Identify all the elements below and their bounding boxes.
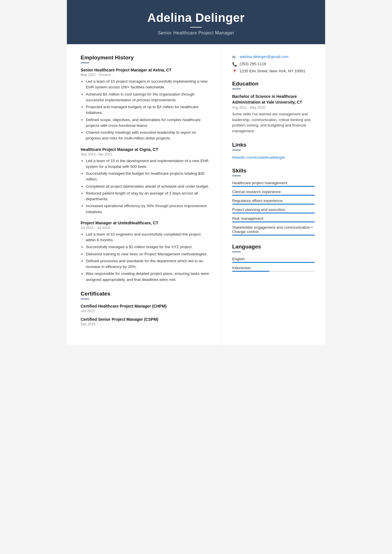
list-item: Projected and managed budgets of up to $… <box>86 104 211 116</box>
skill-6-bar-fill <box>232 235 315 236</box>
list-item: Led a team of 10 engineers and successfu… <box>86 232 211 243</box>
education-title: Education <box>232 81 315 87</box>
lang-1-bar-fill <box>232 262 315 263</box>
candidate-name: Adelina Delinger <box>78 11 314 25</box>
skills-section: Skills Healthcare project management Cli… <box>232 168 315 236</box>
skill-4-label: Project planning and execution <box>232 207 315 212</box>
certificates-title: Certificates <box>81 291 211 297</box>
cert-1-title: Certified Healthcare Project Manager (CH… <box>81 304 211 308</box>
skill-1-bar-fill <box>232 186 315 187</box>
cert-1-date: Jun 2021 <box>81 309 211 313</box>
job-3-title: Project Manager at UnitedHealthcare, CT <box>81 221 211 225</box>
skill-5-bar-fill <box>232 221 315 222</box>
job-3-dates: Jul 2015 - Jul 2019 <box>81 226 211 230</box>
skill-2-bar-bg <box>232 195 315 196</box>
skill-4: Project planning and execution <box>232 207 315 213</box>
skill-1-label: Healthcare project management <box>232 181 315 185</box>
list-item: Successfully managed the budget for heal… <box>86 171 211 182</box>
job-3: Project Manager at UnitedHealthcare, CT … <box>81 221 211 283</box>
cert-2-title: Certified Senior Project Manager (CSPM) <box>81 317 211 322</box>
job-1: Senior Healthcare Project Manager at Aet… <box>81 68 211 141</box>
skill-5-bar-bg <box>232 221 315 222</box>
skill-2-bar-fill <box>232 195 315 196</box>
body-layout: Employment History Senior Healthcare Pro… <box>67 44 325 345</box>
skill-6-bar-bg <box>232 235 315 236</box>
job-2: Healthcare Project Manager at Cigna, CT … <box>81 147 211 215</box>
list-item: Delivered training to new hires on Proje… <box>86 251 211 257</box>
list-item: Increased operational efficiency by 30% … <box>86 203 211 215</box>
job-1-dates: May 2022 - Present <box>81 73 211 77</box>
header: Adelina Delinger Senior Healthcare Proje… <box>67 0 325 44</box>
education-underline <box>232 89 241 89</box>
job-1-bullets: Led a team of 15 project managers in suc… <box>81 79 211 141</box>
lang-1-bar-bg <box>232 262 315 263</box>
skill-5: Risk management <box>232 216 315 222</box>
skill-3-bar-bg <box>232 204 315 205</box>
contact-address-item: 📍 1235 Elm Street, New York, NY 10001 <box>232 69 315 74</box>
lang-2-label: Indonesian <box>232 266 315 270</box>
location-icon: 📍 <box>232 69 237 74</box>
email-icon: ✉ <box>232 55 237 59</box>
languages-title: Languages <box>232 244 315 250</box>
employment-section: Employment History Senior Healthcare Pro… <box>81 55 211 283</box>
skill-6-label: Stakeholder engagement and communication… <box>232 225 315 234</box>
list-item: Was responsible for creating detailed pr… <box>86 271 211 283</box>
job-3-bullets: Led a team of 10 engineers and successfu… <box>81 232 211 283</box>
certificates-underline <box>81 299 89 299</box>
lang-1-label: English <box>232 257 315 261</box>
email-link[interactable]: adelina.delinger@gmail.com <box>240 55 289 59</box>
skill-4-bar-bg <box>232 213 315 213</box>
list-item: Defined processes and standards for the … <box>86 258 211 270</box>
skill-6: Stakeholder engagement and communication… <box>232 225 315 236</box>
skill-2: Clinical research experience <box>232 190 315 196</box>
languages-underline <box>232 252 241 252</box>
education-section: Education Bachelor of Science in Healthc… <box>232 81 315 134</box>
list-item: Successfully managed a $2 million budget… <box>86 244 211 250</box>
skill-3: Regulatory affairs experience <box>232 199 315 205</box>
resume-wrapper: Adelina Delinger Senior Healthcare Proje… <box>67 0 325 345</box>
list-item: Led a team of 15 project managers in suc… <box>86 79 211 90</box>
skill-1-bar-bg <box>232 186 315 187</box>
skill-2-label: Clinical research experience <box>232 190 315 194</box>
lang-2-bar-fill <box>232 271 269 272</box>
edu-dates: Aug 2011 - May 2015 <box>232 106 315 110</box>
left-column: Employment History Senior Healthcare Pro… <box>67 44 222 345</box>
job-2-title: Healthcare Project Manager at Cigna, CT <box>81 147 211 152</box>
skills-title: Skills <box>232 168 315 174</box>
list-item: Completed all project deliverables ahead… <box>86 184 211 189</box>
cert-2: Certified Senior Project Manager (CSPM) … <box>81 317 211 326</box>
links-underline <box>232 150 241 150</box>
phone-value: (353) 295-1119 <box>240 62 266 66</box>
edu-description: Some skills I've learned are management … <box>232 111 315 134</box>
job-2-dates: Sep 2019 - Apr 2022 <box>81 152 211 156</box>
contact-email-item: ✉ adelina.delinger@gmail.com <box>232 55 315 59</box>
languages-section: Languages English Indonesian <box>232 244 315 272</box>
links-title: Links <box>232 142 315 148</box>
skill-1: Healthcare project management <box>232 181 315 187</box>
linkedin-link[interactable]: linkedin.com/in/adelinadelinger <box>232 155 285 160</box>
links-section: Links linkedin.com/in/adelinadelinger <box>232 142 315 160</box>
skills-underline <box>232 176 241 176</box>
cert-1: Certified Healthcare Project Manager (CH… <box>81 304 211 313</box>
lang-2-bar-bg <box>232 271 315 272</box>
job-1-title: Senior Healthcare Project Manager at Aet… <box>81 68 211 72</box>
list-item: Chaired monthly meetings with executive … <box>86 130 211 141</box>
skill-4-bar-fill <box>232 213 315 213</box>
employment-title: Employment History <box>81 55 211 61</box>
edu-degree: Bachelor of Science in Healthcare Admini… <box>232 94 315 105</box>
list-item: Reduced patient length of stay by an ave… <box>86 191 211 202</box>
employment-underline <box>81 63 89 63</box>
certificates-section: Certificates Certified Healthcare Projec… <box>81 291 211 326</box>
candidate-title: Senior Healthcare Project Manager <box>78 30 314 36</box>
lang-2: Indonesian <box>232 266 315 272</box>
phone-icon: 📞 <box>232 62 237 67</box>
right-column: ✉ adelina.delinger@gmail.com 📞 (353) 295… <box>222 44 325 345</box>
lang-1: English <box>232 257 315 263</box>
skill-3-bar-fill <box>232 204 315 205</box>
header-divider <box>190 27 202 28</box>
cert-2-date: Dec 2019 <box>81 322 211 326</box>
list-item: Achieved $X million in cost savings for … <box>86 92 211 103</box>
contact-phone-item: 📞 (353) 295-1119 <box>232 62 315 67</box>
contact-section: ✉ adelina.delinger@gmail.com 📞 (353) 295… <box>232 55 315 74</box>
skill-5-label: Risk management <box>232 216 315 221</box>
